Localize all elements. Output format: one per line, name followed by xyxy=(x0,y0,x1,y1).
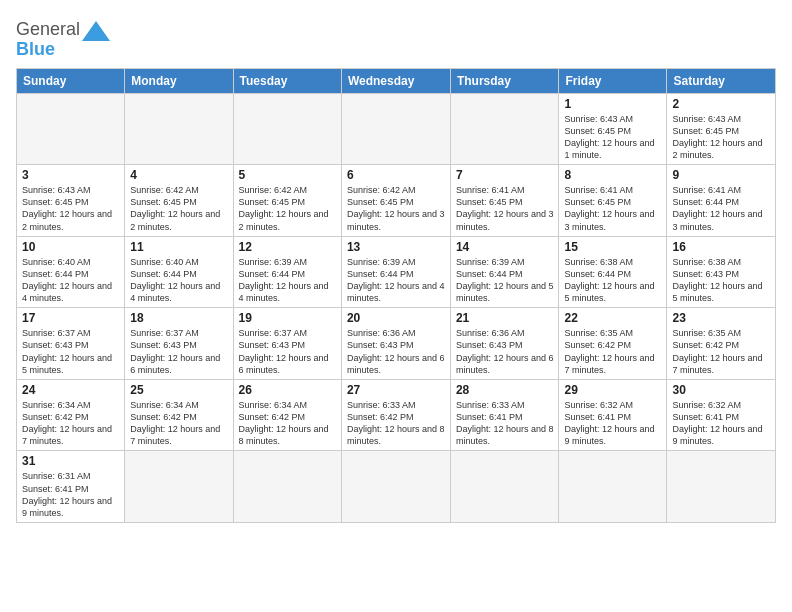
calendar-cell: 8Sunrise: 6:41 AM Sunset: 6:45 PM Daylig… xyxy=(559,165,667,237)
header: General Blue xyxy=(16,16,776,60)
day-number: 26 xyxy=(239,383,336,397)
calendar-cell xyxy=(450,93,559,165)
calendar-cell: 14Sunrise: 6:39 AM Sunset: 6:44 PM Dayli… xyxy=(450,236,559,308)
day-info: Sunrise: 6:34 AM Sunset: 6:42 PM Dayligh… xyxy=(130,399,227,448)
svg-marker-0 xyxy=(82,21,110,41)
logo-blue-text: Blue xyxy=(16,40,80,60)
day-info: Sunrise: 6:38 AM Sunset: 6:44 PM Dayligh… xyxy=(564,256,661,305)
calendar-cell xyxy=(341,451,450,523)
day-number: 22 xyxy=(564,311,661,325)
day-number: 30 xyxy=(672,383,770,397)
day-info: Sunrise: 6:34 AM Sunset: 6:42 PM Dayligh… xyxy=(22,399,119,448)
calendar-cell: 16Sunrise: 6:38 AM Sunset: 6:43 PM Dayli… xyxy=(667,236,776,308)
day-info: Sunrise: 6:33 AM Sunset: 6:41 PM Dayligh… xyxy=(456,399,554,448)
day-info: Sunrise: 6:39 AM Sunset: 6:44 PM Dayligh… xyxy=(239,256,336,305)
day-number: 23 xyxy=(672,311,770,325)
day-info: Sunrise: 6:32 AM Sunset: 6:41 PM Dayligh… xyxy=(672,399,770,448)
calendar-cell xyxy=(17,93,125,165)
calendar-cell: 26Sunrise: 6:34 AM Sunset: 6:42 PM Dayli… xyxy=(233,379,341,451)
day-number: 20 xyxy=(347,311,445,325)
calendar-cell: 19Sunrise: 6:37 AM Sunset: 6:43 PM Dayli… xyxy=(233,308,341,380)
calendar-cell: 3Sunrise: 6:43 AM Sunset: 6:45 PM Daylig… xyxy=(17,165,125,237)
weekday-header-saturday: Saturday xyxy=(667,68,776,93)
day-info: Sunrise: 6:39 AM Sunset: 6:44 PM Dayligh… xyxy=(456,256,554,305)
day-number: 14 xyxy=(456,240,554,254)
calendar-cell xyxy=(667,451,776,523)
calendar-cell: 24Sunrise: 6:34 AM Sunset: 6:42 PM Dayli… xyxy=(17,379,125,451)
day-number: 17 xyxy=(22,311,119,325)
day-number: 1 xyxy=(564,97,661,111)
day-info: Sunrise: 6:36 AM Sunset: 6:43 PM Dayligh… xyxy=(347,327,445,376)
day-info: Sunrise: 6:37 AM Sunset: 6:43 PM Dayligh… xyxy=(22,327,119,376)
day-number: 15 xyxy=(564,240,661,254)
calendar-cell: 31Sunrise: 6:31 AM Sunset: 6:41 PM Dayli… xyxy=(17,451,125,523)
calendar-cell: 22Sunrise: 6:35 AM Sunset: 6:42 PM Dayli… xyxy=(559,308,667,380)
day-number: 21 xyxy=(456,311,554,325)
day-number: 13 xyxy=(347,240,445,254)
day-info: Sunrise: 6:43 AM Sunset: 6:45 PM Dayligh… xyxy=(672,113,770,162)
weekday-header-wednesday: Wednesday xyxy=(341,68,450,93)
week-row-4: 17Sunrise: 6:37 AM Sunset: 6:43 PM Dayli… xyxy=(17,308,776,380)
day-info: Sunrise: 6:32 AM Sunset: 6:41 PM Dayligh… xyxy=(564,399,661,448)
week-row-2: 3Sunrise: 6:43 AM Sunset: 6:45 PM Daylig… xyxy=(17,165,776,237)
calendar-cell: 28Sunrise: 6:33 AM Sunset: 6:41 PM Dayli… xyxy=(450,379,559,451)
day-number: 18 xyxy=(130,311,227,325)
calendar-cell: 1Sunrise: 6:43 AM Sunset: 6:45 PM Daylig… xyxy=(559,93,667,165)
calendar-cell xyxy=(233,93,341,165)
weekday-header-sunday: Sunday xyxy=(17,68,125,93)
day-number: 19 xyxy=(239,311,336,325)
day-info: Sunrise: 6:34 AM Sunset: 6:42 PM Dayligh… xyxy=(239,399,336,448)
calendar-cell: 18Sunrise: 6:37 AM Sunset: 6:43 PM Dayli… xyxy=(125,308,233,380)
day-info: Sunrise: 6:37 AM Sunset: 6:43 PM Dayligh… xyxy=(130,327,227,376)
calendar-cell: 15Sunrise: 6:38 AM Sunset: 6:44 PM Dayli… xyxy=(559,236,667,308)
day-number: 6 xyxy=(347,168,445,182)
day-info: Sunrise: 6:41 AM Sunset: 6:44 PM Dayligh… xyxy=(672,184,770,233)
calendar-cell: 7Sunrise: 6:41 AM Sunset: 6:45 PM Daylig… xyxy=(450,165,559,237)
calendar-cell xyxy=(233,451,341,523)
calendar-cell: 10Sunrise: 6:40 AM Sunset: 6:44 PM Dayli… xyxy=(17,236,125,308)
calendar-cell: 27Sunrise: 6:33 AM Sunset: 6:42 PM Dayli… xyxy=(341,379,450,451)
logo-general-text: General xyxy=(16,20,80,40)
day-number: 10 xyxy=(22,240,119,254)
day-number: 24 xyxy=(22,383,119,397)
day-info: Sunrise: 6:36 AM Sunset: 6:43 PM Dayligh… xyxy=(456,327,554,376)
day-info: Sunrise: 6:37 AM Sunset: 6:43 PM Dayligh… xyxy=(239,327,336,376)
day-info: Sunrise: 6:43 AM Sunset: 6:45 PM Dayligh… xyxy=(22,184,119,233)
day-info: Sunrise: 6:40 AM Sunset: 6:44 PM Dayligh… xyxy=(22,256,119,305)
calendar-cell: 30Sunrise: 6:32 AM Sunset: 6:41 PM Dayli… xyxy=(667,379,776,451)
day-number: 25 xyxy=(130,383,227,397)
calendar-cell: 23Sunrise: 6:35 AM Sunset: 6:42 PM Dayli… xyxy=(667,308,776,380)
day-number: 8 xyxy=(564,168,661,182)
calendar-cell: 6Sunrise: 6:42 AM Sunset: 6:45 PM Daylig… xyxy=(341,165,450,237)
day-number: 2 xyxy=(672,97,770,111)
day-number: 7 xyxy=(456,168,554,182)
calendar-cell: 2Sunrise: 6:43 AM Sunset: 6:45 PM Daylig… xyxy=(667,93,776,165)
calendar-cell: 12Sunrise: 6:39 AM Sunset: 6:44 PM Dayli… xyxy=(233,236,341,308)
calendar-cell: 25Sunrise: 6:34 AM Sunset: 6:42 PM Dayli… xyxy=(125,379,233,451)
calendar-cell: 5Sunrise: 6:42 AM Sunset: 6:45 PM Daylig… xyxy=(233,165,341,237)
day-number: 11 xyxy=(130,240,227,254)
week-row-3: 10Sunrise: 6:40 AM Sunset: 6:44 PM Dayli… xyxy=(17,236,776,308)
weekday-header-friday: Friday xyxy=(559,68,667,93)
day-info: Sunrise: 6:35 AM Sunset: 6:42 PM Dayligh… xyxy=(564,327,661,376)
day-number: 5 xyxy=(239,168,336,182)
calendar-cell: 20Sunrise: 6:36 AM Sunset: 6:43 PM Dayli… xyxy=(341,308,450,380)
weekday-header-row: SundayMondayTuesdayWednesdayThursdayFrid… xyxy=(17,68,776,93)
calendar-cell: 29Sunrise: 6:32 AM Sunset: 6:41 PM Dayli… xyxy=(559,379,667,451)
day-number: 3 xyxy=(22,168,119,182)
day-number: 16 xyxy=(672,240,770,254)
week-row-1: 1Sunrise: 6:43 AM Sunset: 6:45 PM Daylig… xyxy=(17,93,776,165)
day-number: 28 xyxy=(456,383,554,397)
day-info: Sunrise: 6:42 AM Sunset: 6:45 PM Dayligh… xyxy=(130,184,227,233)
day-number: 27 xyxy=(347,383,445,397)
day-info: Sunrise: 6:40 AM Sunset: 6:44 PM Dayligh… xyxy=(130,256,227,305)
calendar-cell: 21Sunrise: 6:36 AM Sunset: 6:43 PM Dayli… xyxy=(450,308,559,380)
calendar-cell: 17Sunrise: 6:37 AM Sunset: 6:43 PM Dayli… xyxy=(17,308,125,380)
calendar-cell: 9Sunrise: 6:41 AM Sunset: 6:44 PM Daylig… xyxy=(667,165,776,237)
calendar-cell: 11Sunrise: 6:40 AM Sunset: 6:44 PM Dayli… xyxy=(125,236,233,308)
day-number: 12 xyxy=(239,240,336,254)
day-info: Sunrise: 6:33 AM Sunset: 6:42 PM Dayligh… xyxy=(347,399,445,448)
weekday-header-thursday: Thursday xyxy=(450,68,559,93)
day-number: 29 xyxy=(564,383,661,397)
week-row-5: 24Sunrise: 6:34 AM Sunset: 6:42 PM Dayli… xyxy=(17,379,776,451)
